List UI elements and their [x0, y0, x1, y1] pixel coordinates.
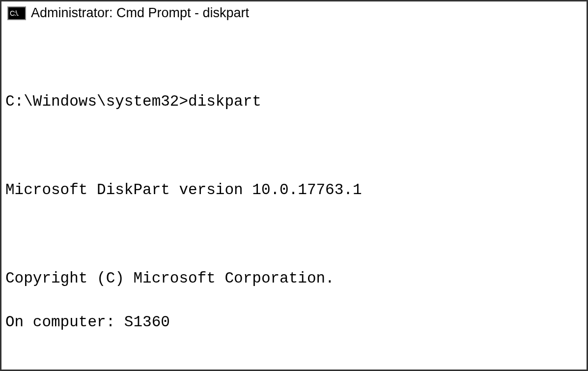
- terminal-output[interactable]: C:\Windows\system32>diskpart Microsoft D…: [1, 25, 587, 371]
- computer-line: On computer: S1360: [5, 312, 583, 334]
- cmd-icon: C:\.: [7, 6, 26, 20]
- window-title: Administrator: Cmd Prompt - diskpart: [31, 5, 249, 21]
- version-line: Microsoft DiskPart version 10.0.17763.1: [5, 179, 583, 201]
- prompt-line: C:\Windows\system32>diskpart: [5, 91, 583, 113]
- title-bar: C:\. Administrator: Cmd Prompt - diskpar…: [1, 1, 587, 25]
- copyright-line: Copyright (C) Microsoft Corporation.: [5, 268, 583, 290]
